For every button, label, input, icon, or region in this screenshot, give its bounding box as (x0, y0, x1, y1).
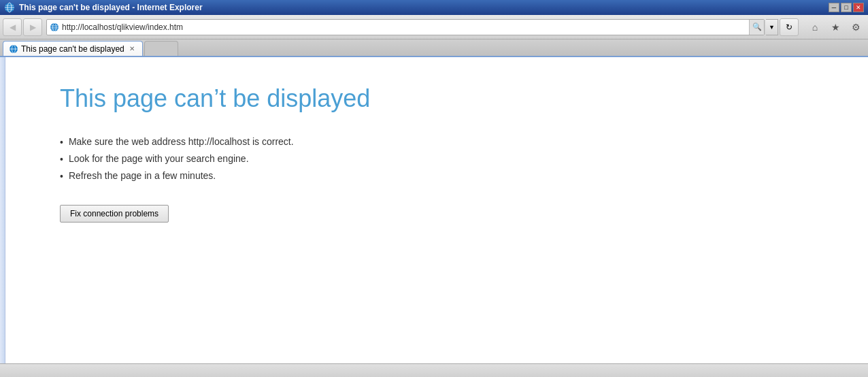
tab-empty (144, 41, 178, 56)
bullet-item-2: • Refresh the page in a few minutes. (60, 167, 814, 184)
forward-icon: ▶ (30, 22, 36, 32)
toolbar-right: ⌂ ★ ⚙ (805, 18, 865, 36)
left-sidebar (0, 57, 5, 363)
refresh-button[interactable]: ↻ (780, 18, 799, 36)
bullet-text-1: Look for the page with your search engin… (69, 153, 249, 164)
tab-bar: This page can't be displayed ✕ (0, 39, 868, 57)
status-bar (0, 363, 868, 377)
search-icon: 🔍 (752, 22, 762, 31)
back-button[interactable]: ◀ (3, 18, 22, 36)
address-input[interactable] (62, 20, 749, 35)
title-bar-text: This page can't be displayed - Internet … (19, 3, 203, 12)
error-bullets-list: • Make sure the web address http://local… (60, 133, 814, 184)
tab-title-0: This page can't be displayed (21, 44, 124, 54)
address-bar-wrapper: 🔍 (46, 19, 765, 35)
tab-favicon-0 (9, 44, 18, 54)
home-icon: ⌂ (812, 22, 818, 33)
gear-icon: ⚙ (852, 22, 861, 33)
favorites-button[interactable]: ★ (826, 18, 845, 36)
home-button[interactable]: ⌂ (805, 18, 824, 36)
bullet-item-0: • Make sure the web address http://local… (60, 133, 814, 150)
bullet-text-2: Refresh the page in a few minutes. (69, 170, 216, 181)
forward-button[interactable]: ▶ (23, 18, 42, 36)
bullet-item-1: • Look for the page with your search eng… (60, 150, 814, 167)
address-search-button[interactable]: 🔍 (749, 20, 764, 35)
refresh-icon: ↻ (786, 22, 792, 32)
tools-button[interactable]: ⚙ (846, 18, 865, 36)
bullet-dot-2: • (60, 171, 63, 182)
title-bar-buttons: ─ □ ✕ (829, 3, 864, 12)
bullet-text-0: Make sure the web address http://localho… (69, 136, 294, 147)
fix-connection-button[interactable]: Fix connection problems (60, 205, 169, 223)
toolbar: ◀ ▶ 🔍 ▼ ↻ (0, 15, 868, 39)
address-dropdown-button[interactable]: ▼ (766, 19, 778, 35)
tab-close-0[interactable]: ✕ (127, 44, 137, 54)
maximize-button[interactable]: □ (841, 3, 852, 12)
bullet-dot-0: • (60, 137, 63, 148)
bullet-dot-1: • (60, 154, 63, 165)
page-content: This page can’t be displayed • Make sure… (5, 57, 868, 363)
error-title: This page can’t be displayed (60, 84, 814, 113)
minimize-button[interactable]: ─ (829, 3, 839, 12)
star-icon: ★ (831, 22, 840, 33)
dropdown-icon: ▼ (769, 24, 775, 31)
window-close-button[interactable]: ✕ (853, 3, 864, 12)
address-favicon (49, 22, 60, 33)
back-icon: ◀ (10, 22, 16, 32)
ie-app-icon (4, 2, 15, 13)
title-bar: This page can't be displayed - Internet … (0, 0, 868, 15)
address-bar-container: 🔍 ▼ ↻ (46, 18, 799, 36)
tab-0[interactable]: This page can't be displayed ✕ (3, 41, 143, 56)
